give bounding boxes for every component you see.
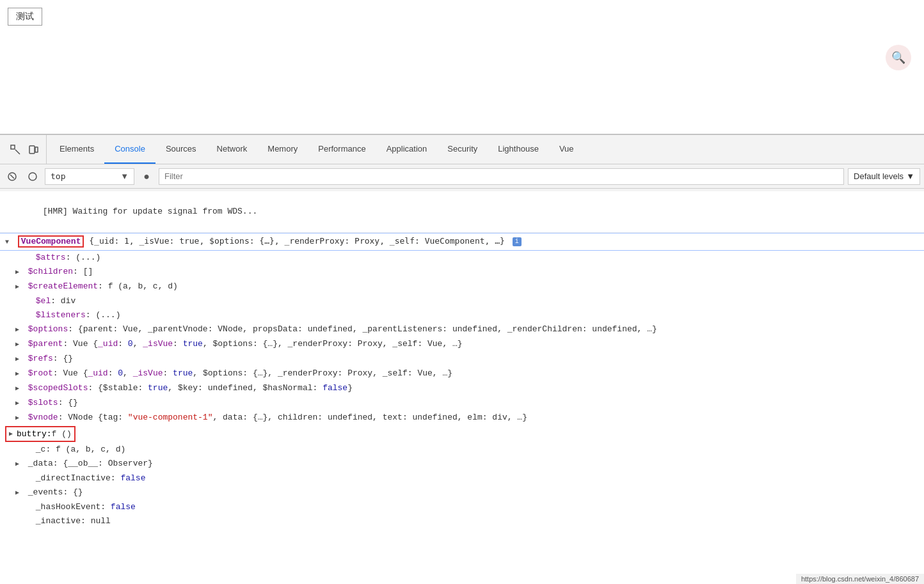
prop-options[interactable]: $options: {parent: Vue, _parentVnode: VN… — [0, 322, 924, 337]
expand-vue-component[interactable] — [5, 235, 13, 249]
eye-icon[interactable]: ● — [138, 168, 155, 185]
tab-performance[interactable]: Performance — [308, 135, 376, 164]
expand-root[interactable] — [15, 367, 23, 381]
vue-component-root-line[interactable]: VueComponent {_uid: 1, _isVue: true, $op… — [0, 233, 924, 251]
prop-scopedslots[interactable]: $scopedSlots: {$stable: true, $key: unde… — [0, 381, 924, 396]
prop-buttry-container[interactable]: buttry: f () — [0, 425, 924, 443]
expand-buttry[interactable] — [9, 427, 17, 441]
svg-point-5 — [29, 173, 36, 180]
prop-parent[interactable]: $parent: Vue {_uid: 0, _isVue: true, $op… — [0, 337, 924, 352]
status-url: https://blog.csdn.net/weixin_4/860687 — [801, 575, 919, 583]
expand-options[interactable] — [15, 323, 23, 336]
console-output: [HMR] Waiting for update signal from WDS… — [0, 191, 924, 575]
expand-slots[interactable] — [15, 397, 23, 410]
tab-icons — [3, 135, 47, 164]
tab-memory[interactable]: Memory — [257, 135, 308, 164]
clear-console-button[interactable] — [4, 168, 20, 185]
levels-selector[interactable]: Default levels ▼ — [848, 168, 920, 185]
svg-line-4 — [10, 175, 14, 178]
prop-refs[interactable]: $refs: {} — [0, 352, 924, 367]
prop-vnode[interactable]: $vnode: VNode {tag: "vue-component-1", d… — [0, 411, 924, 425]
prop-children[interactable]: $children: [] — [0, 265, 924, 280]
no-icon[interactable] — [24, 168, 41, 185]
prop-inactive[interactable]: _inactive: null — [0, 514, 924, 528]
test-button[interactable]: 测试 — [8, 8, 42, 26]
buttry-highlight-box: buttry: f () — [5, 426, 76, 442]
tab-sources[interactable]: Sources — [155, 135, 207, 164]
tab-bar: Elements Console Sources Network Memory … — [0, 135, 924, 164]
prop-slots[interactable]: $slots: {} — [0, 396, 924, 411]
search-icon-top: 🔍 — [886, 45, 911, 70]
expand-createelement[interactable] — [15, 280, 23, 294]
vue-component-label: VueComponent — [18, 235, 84, 248]
tab-application[interactable]: Application — [376, 135, 438, 164]
svg-rect-2 — [35, 147, 38, 152]
expand-scopedslots[interactable] — [15, 382, 23, 395]
context-value: top — [51, 171, 118, 181]
status-bar: https://blog.csdn.net/weixin_4/860687 — [796, 574, 924, 584]
tab-lighthouse[interactable]: Lighthouse — [488, 135, 549, 164]
expand-events[interactable] — [15, 486, 23, 500]
expand-parent[interactable] — [15, 338, 23, 351]
tab-network[interactable]: Network — [207, 135, 258, 164]
tab-elements[interactable]: Elements — [49, 135, 104, 164]
tab-console[interactable]: Console — [104, 135, 155, 164]
prop-directinactive[interactable]: _directInactive: false — [0, 471, 924, 485]
prop-hashookevent[interactable]: _hasHookEvent: false — [0, 500, 924, 514]
levels-label: Default levels — [854, 171, 904, 181]
expand-vnode[interactable] — [15, 411, 23, 425]
expand-children[interactable] — [15, 265, 23, 279]
prop-el[interactable]: $el: div — [0, 294, 924, 308]
prop-root[interactable]: $root: Vue {_uid: 0, _isVue: true, $opti… — [0, 367, 924, 381]
expand-data[interactable] — [15, 457, 23, 471]
context-selector[interactable]: top ▼ — [45, 168, 134, 185]
svg-rect-0 — [11, 145, 15, 149]
prop-data[interactable]: _data: {__ob__: Observer} — [0, 457, 924, 471]
tabs-container: Elements Console Sources Network Memory … — [47, 135, 584, 164]
hmr-line: [HMR] Waiting for update signal from WDS… — [0, 191, 924, 233]
console-toolbar: top ▼ ● Default levels ▼ — [0, 164, 924, 189]
devtools-panel: Elements Console Sources Network Memory … — [0, 134, 924, 575]
inspect-element-icon[interactable] — [8, 142, 23, 157]
info-icon: i — [513, 237, 522, 246]
tab-vue[interactable]: Vue — [549, 135, 584, 164]
svg-rect-1 — [29, 146, 35, 154]
prop-c[interactable]: _c: f (a, b, c, d) — [0, 443, 924, 457]
page-area: 测试 🔍 — [0, 0, 924, 134]
levels-arrow: ▼ — [906, 171, 914, 181]
device-toggle-icon[interactable] — [26, 142, 41, 157]
expand-refs[interactable] — [15, 352, 23, 366]
vue-component-summary: {_uid: 1, _isVue: true, $options: {…}, _… — [89, 236, 505, 246]
prop-listeners[interactable]: $listeners: (...) — [0, 308, 924, 322]
context-dropdown-arrow: ▼ — [120, 171, 129, 181]
tab-security[interactable]: Security — [437, 135, 488, 164]
prop-attrs[interactable]: $attrs: (...) — [0, 251, 924, 265]
prop-createelement[interactable]: $createElement: f (a, b, c, d) — [0, 280, 924, 294]
prop-events[interactable]: _events: {} — [0, 485, 924, 500]
filter-input[interactable] — [159, 168, 844, 185]
